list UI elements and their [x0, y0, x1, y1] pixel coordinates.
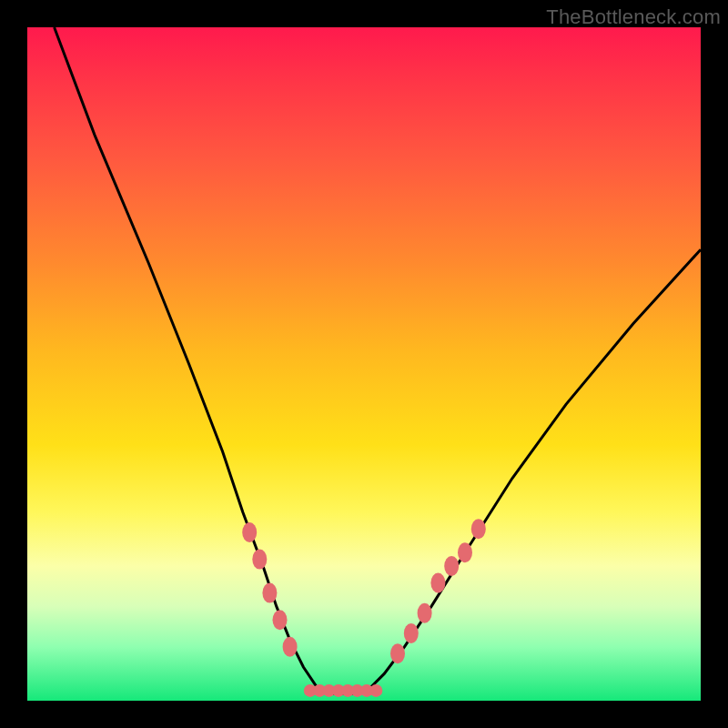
marker-group: [242, 519, 486, 697]
marker-dot: [252, 550, 267, 570]
watermark-label: TheBottleneck.com: [546, 5, 721, 29]
marker-dot: [283, 637, 298, 657]
marker-dot: [242, 522, 257, 542]
marker-dot: [390, 643, 405, 663]
marker-dot: [404, 623, 419, 643]
plot-area: [27, 27, 701, 701]
chart-frame: TheBottleneck.com: [0, 0, 728, 728]
marker-dot: [458, 542, 472, 562]
marker-dot: [471, 519, 486, 539]
marker-dot: [262, 583, 277, 603]
marker-dot: [418, 603, 432, 623]
marker-dot: [369, 684, 382, 697]
marker-dot: [444, 556, 459, 576]
marker-dot: [273, 610, 288, 630]
marker-dot: [430, 573, 445, 593]
curve-layer: [27, 27, 701, 701]
bottleneck-curve: [55, 27, 701, 694]
